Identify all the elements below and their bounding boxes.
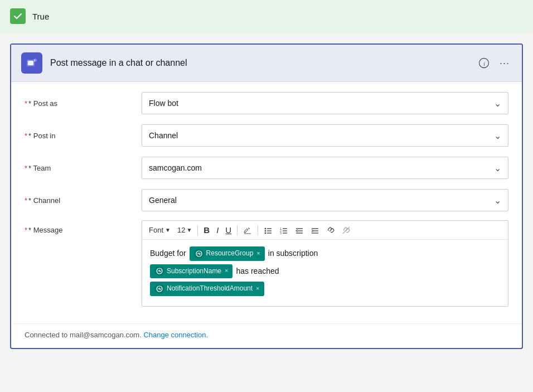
toolbar-separator-2	[237, 225, 238, 235]
team-label: ** Team	[25, 164, 142, 172]
message-line-1: Budget for ResourceGroup × in su	[150, 246, 500, 261]
true-bar: True	[0, 0, 533, 32]
font-label: Font	[149, 226, 163, 234]
threshold-amount-tag-label: NotificationThresholdAmount	[167, 283, 253, 295]
message-label: ** Message	[25, 220, 142, 234]
message-line-2: SubscriptionName × has reached	[150, 264, 500, 279]
team-value: samcogan.com	[149, 163, 202, 172]
threshold-amount-tag-icon	[154, 284, 164, 294]
bold-button[interactable]: B	[201, 224, 212, 236]
threshold-amount-tag-close[interactable]: ×	[256, 283, 259, 294]
post-as-value: Flow bot	[149, 99, 178, 108]
team-arrow-icon: ⌄	[494, 163, 501, 173]
change-connection-link[interactable]: Change connection.	[143, 331, 208, 339]
svg-point-7	[265, 228, 266, 229]
bullet-list-button[interactable]	[261, 225, 275, 236]
teams-icon: T	[21, 52, 42, 74]
link-button[interactable]	[324, 225, 337, 236]
team-row: ** Team samcogan.com ⌄	[25, 156, 508, 180]
highlight-button[interactable]	[241, 225, 254, 236]
channel-value: General	[149, 196, 177, 205]
numbered-list-button[interactable]: 1. 2. 3.	[277, 225, 290, 236]
info-button[interactable]: i	[476, 56, 492, 70]
action-card: T Post message in a chat or channel i ··…	[10, 43, 523, 349]
channel-row: ** Channel General ⌄	[25, 188, 508, 212]
post-as-dropdown[interactable]: Flow bot ⌄	[142, 92, 508, 114]
message-line-3: NotificationThresholdAmount ×	[150, 282, 500, 296]
italic-button[interactable]: I	[214, 224, 221, 236]
post-as-row: ** Post as Flow bot ⌄	[25, 91, 508, 115]
card-footer: Connected to mail@samcogan.com. Change c…	[11, 323, 522, 348]
post-in-label: ** Post in	[25, 132, 142, 140]
message-prefix: Budget for	[150, 246, 186, 260]
font-size-value: 12	[177, 226, 185, 234]
message-row: ** Message Font ▼ 12 ▼ B I U	[25, 220, 508, 307]
threshold-amount-tag[interactable]: NotificationThresholdAmount ×	[150, 282, 264, 296]
message-content[interactable]: Budget for ResourceGroup × in su	[142, 240, 508, 306]
channel-arrow-icon: ⌄	[494, 195, 501, 206]
post-in-arrow-icon: ⌄	[494, 130, 501, 141]
svg-text:T: T	[34, 59, 36, 62]
toolbar-separator-1	[197, 225, 198, 235]
svg-rect-1	[28, 61, 33, 65]
svg-text:i: i	[483, 60, 485, 67]
true-check-icon	[10, 8, 26, 24]
font-size-selector[interactable]: 12 ▼	[175, 225, 194, 235]
subscription-name-tag-close[interactable]: ×	[225, 265, 228, 277]
card-title: Post message in a chat or channel	[50, 58, 468, 68]
resource-group-tag-close[interactable]: ×	[256, 248, 260, 259]
post-in-value: Channel	[149, 131, 178, 140]
true-label: True	[32, 12, 49, 21]
unlink-button[interactable]	[340, 225, 353, 236]
subscription-name-tag-icon	[154, 266, 164, 276]
channel-dropdown[interactable]: General ⌄	[142, 189, 508, 211]
message-toolbar: Font ▼ 12 ▼ B I U	[142, 221, 508, 240]
post-in-dropdown[interactable]: Channel ⌄	[142, 124, 508, 147]
connected-text: Connected to mail@samcogan.com.	[25, 331, 142, 339]
resource-group-tag[interactable]: ResourceGroup ×	[190, 246, 265, 261]
svg-point-9	[265, 232, 266, 234]
card-header-actions: i ···	[476, 56, 512, 70]
toolbar-separator-3	[258, 225, 258, 235]
card-header: T Post message in a chat or channel i ··…	[11, 45, 522, 82]
underline-button[interactable]: U	[223, 224, 234, 236]
subscription-name-tag-label: SubscriptionName	[167, 265, 221, 278]
required-star: *	[25, 99, 27, 108]
more-options-button[interactable]: ···	[497, 56, 512, 70]
decrease-indent-button[interactable]	[293, 225, 306, 236]
message-editor[interactable]: Font ▼ 12 ▼ B I U	[142, 220, 508, 307]
channel-label: ** Channel	[25, 196, 142, 205]
resource-group-tag-icon	[194, 249, 204, 259]
font-dropdown-arrow-icon: ▼	[165, 227, 171, 233]
resource-group-tag-label: ResourceGroup	[206, 248, 254, 260]
message-suffix: has reached	[236, 264, 279, 278]
message-middle: in subscription	[268, 246, 318, 260]
font-size-arrow-icon: ▼	[186, 227, 192, 233]
post-as-arrow-icon: ⌄	[494, 98, 501, 109]
svg-text:3.: 3.	[280, 231, 282, 235]
font-selector[interactable]: Font ▼	[147, 225, 173, 235]
subscription-name-tag[interactable]: SubscriptionName ×	[150, 264, 232, 279]
post-as-label: ** Post as	[25, 99, 142, 108]
team-dropdown[interactable]: samcogan.com ⌄	[142, 157, 508, 179]
card-body: ** Post as Flow bot ⌄ ** Post in Channel…	[11, 82, 522, 323]
post-in-row: ** Post in Channel ⌄	[25, 123, 508, 148]
increase-indent-button[interactable]	[308, 225, 322, 236]
svg-point-8	[265, 230, 266, 231]
